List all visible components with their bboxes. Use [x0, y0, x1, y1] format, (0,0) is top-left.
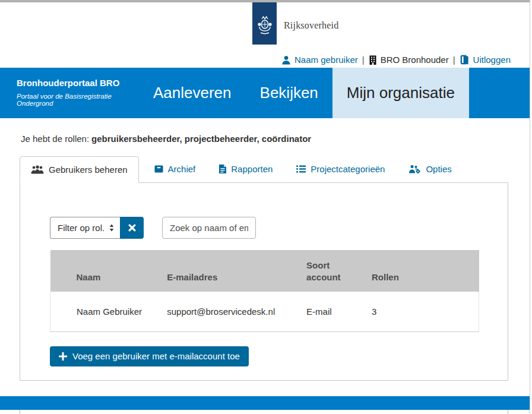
users-icon	[31, 165, 44, 174]
tab-label: Opties	[426, 164, 451, 174]
user-icon	[281, 55, 291, 65]
tab-projectcategorieen[interactable]: Projectcategorieën	[288, 156, 393, 182]
main-nav: Bronhouderportaal BRO Portaal voor de Ba…	[0, 68, 530, 118]
organisation-label: BRO Bronhouder	[381, 55, 449, 65]
brand-title: Bronhouderportaal BRO	[17, 78, 134, 88]
nav-items: Aanleveren Bekijken Mijn organisatie	[139, 68, 469, 118]
brand-block: Bronhouderportaal BRO Portaal voor de Ba…	[0, 68, 134, 118]
users-gear-icon	[408, 165, 421, 173]
archive-icon	[154, 165, 163, 173]
tab-label: Gebruikers beheren	[49, 165, 128, 175]
cell-rollen: 3	[365, 292, 479, 331]
tab-label: Projectcategorieën	[311, 164, 385, 174]
nav-item-bekijken[interactable]: Bekijken	[246, 68, 332, 118]
sort-arrows-icon	[109, 224, 114, 232]
users-panel: Filter op rol. Naam E-mailadres Soort ac…	[20, 182, 508, 381]
footer-bar	[0, 396, 530, 410]
role-filter-dropdown[interactable]: Filter op rol.	[50, 217, 120, 239]
table-row[interactable]: Naam Gebruiker support@broservicedesk.nl…	[50, 292, 479, 331]
column-soort-account: Soort account	[299, 250, 365, 292]
column-naam: Naam	[50, 250, 160, 292]
cell-email: support@broservicedesk.nl	[160, 292, 299, 331]
report-icon	[219, 165, 226, 173]
logo-ribbon	[252, 2, 277, 45]
footer-gap	[0, 381, 530, 396]
users-table: Naam E-mailadres Soort account Rollen Na…	[50, 250, 479, 332]
user-name-link[interactable]: Naam gebruiker	[294, 55, 358, 65]
tab-label: Rapporten	[231, 164, 273, 174]
add-user-button-label: Voeg een gebruiker met e-mailaccount toe	[72, 351, 240, 361]
user-bar: Naam gebruiker | BRO Bronhouder | Uitlog…	[281, 55, 511, 65]
column-rollen: Rollen	[365, 250, 479, 292]
tab-label: Archief	[168, 164, 196, 174]
logout-link[interactable]: Uitloggen	[473, 55, 511, 65]
nav-item-mijn-organisatie[interactable]: Mijn organisatie	[332, 68, 469, 118]
nav-item-aanleveren[interactable]: Aanleveren	[139, 68, 246, 118]
cell-soort: E-mail	[299, 292, 365, 331]
roles-value: gebruikersbeheerder, projectbeheerder, c…	[91, 134, 311, 144]
tab-rapporten[interactable]: Rapporten	[211, 156, 281, 182]
roles-label: Je hebt de rollen:	[21, 134, 89, 144]
cell-naam: Naam Gebruiker	[50, 292, 160, 331]
plus-icon	[59, 352, 67, 361]
logout-icon	[460, 55, 470, 65]
close-icon	[128, 224, 136, 232]
search-input[interactable]	[162, 217, 256, 239]
add-user-button[interactable]: Voeg een gebruiker met e-mailaccount toe	[50, 346, 249, 366]
tab-opties[interactable]: Opties	[400, 156, 460, 182]
coat-of-arms-icon	[257, 14, 273, 39]
tab-gebruikers-beheren[interactable]: Gebruikers beheren	[20, 156, 139, 183]
separator: |	[362, 55, 365, 65]
rijksoverheid-logo: Rijksoverheid	[252, 2, 338, 45]
roles-line: Je hebt de rollen:gebruikersbeheerder, p…	[21, 134, 530, 144]
filter-row: Filter op rol.	[50, 217, 508, 239]
separator: |	[453, 55, 455, 65]
clear-filter-button[interactable]	[120, 217, 144, 239]
column-emailadres: E-mailadres	[160, 250, 299, 292]
tab-bar: Gebruikers beheren Archief Rapporten Pro…	[20, 156, 530, 182]
building-icon	[369, 55, 377, 65]
page: Rijksoverheid Naam gebruiker | BRO Bronh…	[0, 0, 530, 414]
tab-archief[interactable]: Archief	[146, 156, 204, 182]
brand-subtitle: Portaal voor de Basisregistratie Ondergr…	[17, 93, 134, 107]
site-header: Rijksoverheid Naam gebruiker | BRO Bronh…	[0, 2, 530, 68]
table-header-row: Naam E-mailadres Soort account Rollen	[50, 250, 479, 292]
list-icon	[296, 165, 306, 173]
logo-wordmark: Rijksoverheid	[284, 20, 338, 45]
role-filter-value: Filter op rol.	[58, 223, 104, 233]
footer-container-top	[20, 410, 508, 414]
